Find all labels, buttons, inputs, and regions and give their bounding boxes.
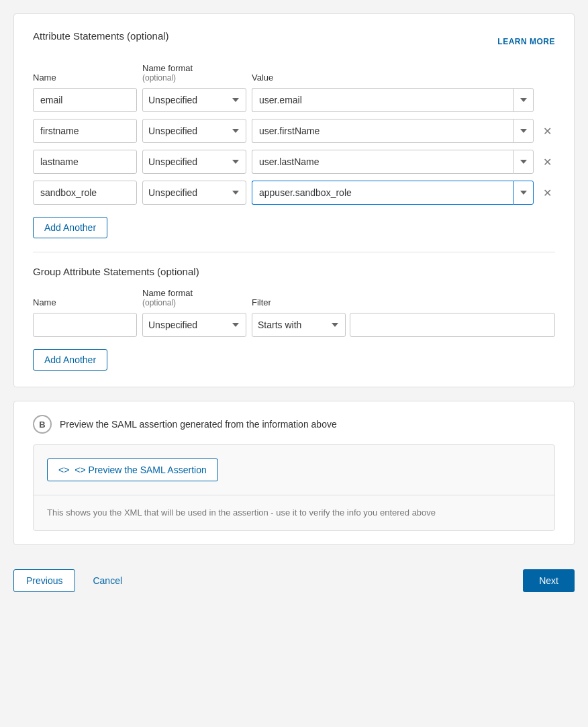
section-b-header: B Preview the SAML assertion generated f… xyxy=(33,415,555,434)
attr-name-1[interactable] xyxy=(33,88,137,112)
attribute-row-3: Unspecified URI Reference Basic ✕ xyxy=(33,150,555,174)
attr-format-3[interactable]: Unspecified URI Reference Basic xyxy=(142,150,246,174)
attr-format-2[interactable]: Unspecified URI Reference Basic xyxy=(142,119,246,143)
group-col-name-header: Name xyxy=(33,297,137,307)
group-name-1[interactable] xyxy=(33,313,137,337)
group-section-title: Group Attribute Statements (optional) xyxy=(33,266,555,277)
preview-info-text: This shows you the XML that will be used… xyxy=(34,495,554,530)
group-filter-value-1[interactable] xyxy=(350,313,555,337)
attr-value-dropdown-4[interactable] xyxy=(513,181,534,205)
group-filter-wrapper-1: Starts with Equals Contains Matches rege… xyxy=(252,313,555,337)
col-nameformat-header: Name format (optional) xyxy=(142,63,246,83)
section-b-card: B Preview the SAML assertion generated f… xyxy=(13,401,575,545)
attribute-section-title: Attribute Statements (optional) xyxy=(33,30,169,42)
group-col-nameformat-main: Name format xyxy=(142,288,246,298)
preview-saml-label: <> Preview the SAML Assertion xyxy=(75,465,206,475)
attr-value-wrapper-2 xyxy=(252,119,534,143)
attribute-statements-card: Attribute Statements (optional) LEARN MO… xyxy=(13,13,575,387)
group-row-1: Unspecified URI Reference Basic Starts w… xyxy=(33,313,555,337)
attr-delete-2[interactable]: ✕ xyxy=(539,123,555,139)
attr-name-4[interactable] xyxy=(33,181,137,205)
attr-format-4[interactable]: Unspecified URI Reference Basic xyxy=(142,181,246,205)
attr-value-wrapper-3 xyxy=(252,150,534,174)
group-col-nameformat-header: Name format (optional) xyxy=(142,288,246,307)
footer-bar: Previous Cancel Next xyxy=(13,559,575,597)
attr-name-3[interactable] xyxy=(33,150,137,174)
attr-value-2[interactable] xyxy=(252,119,513,143)
attr-value-3[interactable] xyxy=(252,150,513,174)
preview-saml-button[interactable]: <> <> Preview the SAML Assertion xyxy=(47,458,218,481)
next-button[interactable]: Next xyxy=(523,569,575,592)
col-name-header: Name xyxy=(33,72,137,83)
section-b-badge: B xyxy=(33,415,52,434)
col-nameformat-main: Name format xyxy=(142,63,246,73)
footer-left: Previous Cancel xyxy=(13,569,134,592)
attr-value-1[interactable] xyxy=(252,88,513,112)
group-col-nameformat-sub: (optional) xyxy=(142,298,246,307)
group-format-1[interactable]: Unspecified URI Reference Basic xyxy=(142,313,246,337)
col-nameformat-sub: (optional) xyxy=(142,73,246,83)
attr-name-2[interactable] xyxy=(33,119,137,143)
attribute-row-2: Unspecified URI Reference Basic ✕ xyxy=(33,119,555,143)
preview-saml-icon: <> xyxy=(58,465,69,475)
previous-button[interactable]: Previous xyxy=(13,569,75,592)
attr-delete-4[interactable]: ✕ xyxy=(539,185,555,201)
attr-format-1[interactable]: Unspecified URI Reference Basic xyxy=(142,88,246,112)
group-col-headers: Name Name format (optional) Filter xyxy=(33,288,555,307)
attr-value-dropdown-1[interactable] xyxy=(513,88,534,112)
attribute-row-4: Unspecified URI Reference Basic ✕ xyxy=(33,181,555,205)
preview-info-content: This shows you the XML that will be used… xyxy=(47,507,436,518)
section-divider xyxy=(33,252,555,252)
section-b-title: Preview the SAML assertion generated fro… xyxy=(60,419,337,430)
attr-value-dropdown-2[interactable] xyxy=(513,119,534,143)
attribute-row-1: Unspecified URI Reference Basic xyxy=(33,88,555,112)
attr-value-dropdown-3[interactable] xyxy=(513,150,534,174)
col-value-header: Value xyxy=(252,72,555,83)
attribute-section-header: Attribute Statements (optional) LEARN MO… xyxy=(33,30,555,52)
preview-box: <> <> Preview the SAML Assertion This sh… xyxy=(33,444,555,531)
attr-value-wrapper-1 xyxy=(252,88,534,112)
attribute-col-headers: Name Name format (optional) Value xyxy=(33,63,555,83)
group-col-filter-header: Filter xyxy=(252,297,555,307)
cancel-button[interactable]: Cancel xyxy=(81,569,134,592)
attr-add-another-button[interactable]: Add Another xyxy=(33,217,107,238)
attr-value-wrapper-4 xyxy=(252,181,534,205)
learn-more-link[interactable]: LEARN MORE xyxy=(497,37,555,46)
attr-value-4[interactable] xyxy=(252,181,513,205)
group-filter-type-1[interactable]: Starts with Equals Contains Matches rege… xyxy=(252,313,346,337)
attr-delete-3[interactable]: ✕ xyxy=(539,154,555,170)
group-add-another-button[interactable]: Add Another xyxy=(33,349,107,371)
preview-btn-area: <> <> Preview the SAML Assertion xyxy=(34,445,554,495)
